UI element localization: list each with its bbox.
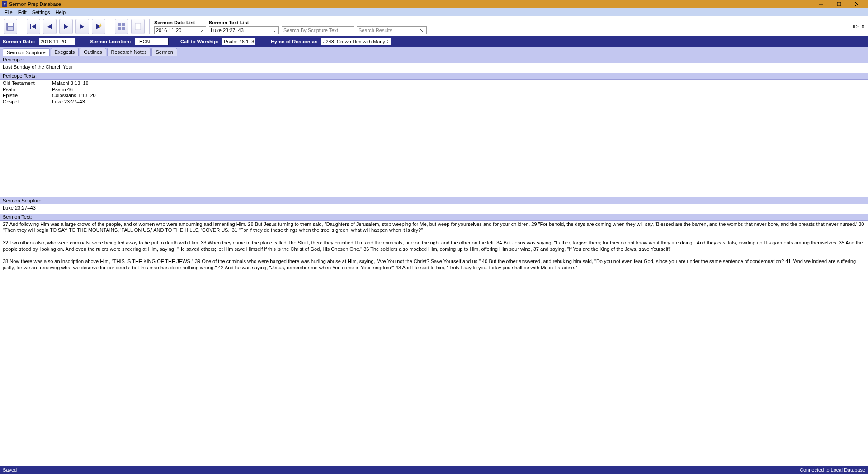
blank-page-icon (133, 22, 142, 31)
sermon-location-label: SermonLocation: (90, 39, 131, 44)
pericope-section: Old Testament (3, 80, 37, 87)
svg-rect-1 (837, 2, 841, 6)
titlebar: ✝ Sermon Prep Database (0, 0, 868, 8)
window-title: Sermon Prep Database (9, 1, 61, 7)
menu-file[interactable]: File (2, 9, 15, 15)
call-to-worship-field[interactable] (222, 38, 255, 45)
content-panel: Pericope: Last Sunday of the Church Year… (0, 56, 868, 352)
pericope-ref: Malachi 3:13–18 (52, 80, 865, 87)
record-id: ID: 0 (853, 24, 864, 29)
text-list-label: Sermon Text List (209, 20, 279, 25)
floppy-icon (6, 22, 15, 31)
toolbar: Sermon Date List 2016-11-20 Sermon Text … (0, 16, 868, 36)
hymn-response-field[interactable] (321, 38, 391, 45)
svg-rect-16 (122, 23, 125, 26)
save-button[interactable] (4, 19, 17, 34)
info-strip: Sermon Date: SermonLocation: Call to Wor… (0, 36, 868, 47)
prev-record-button[interactable] (43, 19, 57, 34)
pericope-row: Old Testament Malachi 3:13–18 (3, 80, 865, 87)
pericope-header: Pericope: (0, 56, 868, 63)
grid-icon (117, 22, 126, 31)
sermon-location-field[interactable] (135, 38, 169, 45)
first-record-button[interactable] (27, 19, 40, 34)
call-to-worship-label: Call to Worship: (180, 39, 218, 44)
date-list-label: Sermon Date List (154, 20, 206, 25)
last-record-button[interactable] (75, 19, 89, 34)
menubar: File Edit Settings Help (0, 8, 868, 16)
svg-rect-18 (122, 27, 125, 30)
tab-exegesis[interactable]: Exegesis (51, 48, 79, 56)
grid-view-button[interactable] (115, 19, 128, 34)
svg-marker-8 (32, 24, 36, 29)
next-icon (61, 22, 71, 31)
pericope-texts-area[interactable]: Old Testament Malachi 3:13–18 Psalm Psal… (0, 80, 868, 197)
tab-sermon-scripture[interactable]: Sermon Scripture (3, 48, 50, 56)
hymn-response-label: Hymn of Response: (271, 39, 317, 44)
skip-last-icon (78, 22, 87, 31)
tab-strip: Sermon Scripture Exegesis Outlines Resea… (0, 47, 868, 56)
pericope-section: Epistle (3, 93, 37, 99)
pericope-texts-header: Pericope Texts: (0, 72, 868, 80)
tab-research-notes[interactable]: Research Notes (107, 48, 151, 56)
minimize-button[interactable] (812, 0, 830, 8)
id-label: ID: (853, 24, 859, 29)
sermon-text-list-select[interactable]: Luke 23:27–43 (209, 26, 279, 34)
pericope-row: Epistle Colossians 1:13–20 (3, 93, 865, 99)
toolbar-separator (149, 19, 150, 34)
pericope-ref: Luke 23:27–43 (52, 99, 865, 105)
tab-sermon[interactable]: Sermon (151, 48, 177, 56)
search-scripture-input[interactable] (282, 26, 354, 34)
play-star-icon (94, 22, 103, 31)
pericope-row: Psalm Psalm 46 (3, 87, 865, 93)
toolbar-separator (22, 19, 22, 34)
tab-outlines[interactable]: Outlines (80, 48, 106, 56)
svg-rect-5 (8, 23, 13, 26)
pericope-ref: Colossians 1:13–20 (52, 93, 865, 99)
menu-settings[interactable]: Settings (29, 9, 53, 15)
app-icon: ✝ (2, 1, 7, 7)
prev-icon (45, 22, 54, 31)
id-value: 0 (862, 24, 864, 29)
run-button[interactable] (92, 19, 105, 34)
sermon-scripture-header: Sermon Scripture: (0, 197, 868, 204)
sermon-text-body[interactable]: 27 And following Him was a large crowd o… (0, 221, 868, 352)
new-record-button[interactable] (131, 19, 145, 34)
toolbar-separator (110, 19, 110, 34)
menu-edit[interactable]: Edit (15, 9, 29, 15)
pericope-section: Psalm (3, 87, 37, 93)
close-button[interactable] (848, 0, 866, 8)
sermon-date-list-select[interactable]: 2016-11-20 (154, 26, 206, 34)
sermon-text-header: Sermon Text: (0, 213, 868, 221)
skip-first-icon (29, 22, 38, 31)
sermon-date-label: Sermon Date: (3, 39, 35, 44)
pericope-row: Gospel Luke 23:27–43 (3, 99, 865, 105)
svg-marker-10 (64, 24, 68, 29)
menu-help[interactable]: Help (52, 9, 68, 15)
svg-marker-9 (47, 24, 52, 29)
status-right: Connected to Local Database (800, 467, 865, 473)
svg-marker-11 (80, 24, 84, 29)
pericope-section: Gospel (3, 99, 37, 105)
svg-rect-12 (85, 24, 85, 29)
status-bar: Saved Connected to Local Database (0, 466, 868, 474)
svg-rect-17 (118, 27, 121, 30)
status-left: Saved (3, 467, 17, 473)
search-results-select[interactable]: Search Results (357, 26, 427, 34)
svg-rect-6 (8, 27, 13, 30)
pericope-ref: Psalm 46 (52, 87, 865, 93)
maximize-button[interactable] (830, 0, 848, 8)
svg-rect-19 (135, 23, 141, 30)
sermon-date-field[interactable] (39, 38, 75, 45)
sermon-scripture-value[interactable]: Luke 23:27–43 (0, 204, 868, 213)
svg-rect-15 (118, 23, 121, 26)
pericope-value[interactable]: Last Sunday of the Church Year (0, 63, 868, 72)
next-record-button[interactable] (59, 19, 73, 34)
svg-rect-7 (30, 24, 31, 29)
